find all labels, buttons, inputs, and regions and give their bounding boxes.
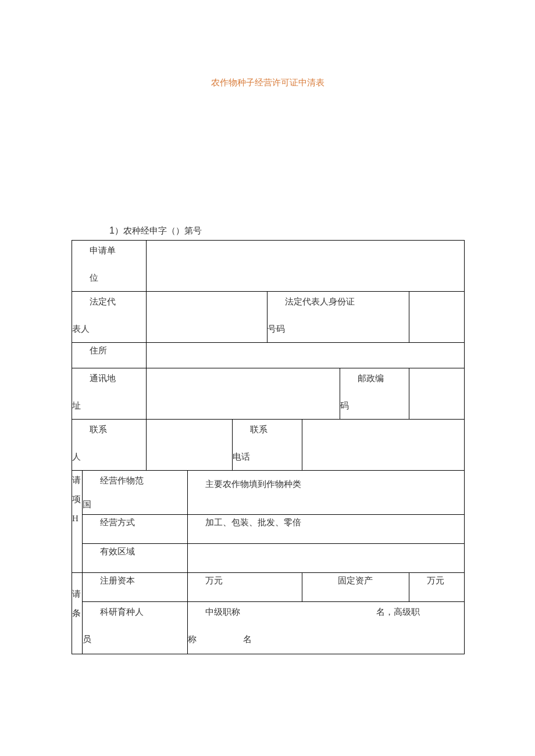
row-address: 住所 — [72, 343, 465, 368]
label-contact-person: 联系 人 — [72, 420, 147, 471]
label-reg-capital: 注册资本 — [83, 573, 188, 602]
value-legal-rep-id — [409, 292, 464, 343]
label-legal-rep: 法定代 表人 — [72, 292, 147, 343]
value-address — [146, 343, 464, 368]
row-business-mode: 经营方式 加工、包装、批发、零倍 — [72, 515, 465, 544]
label-research-staff: 科研育种人 员 — [83, 602, 188, 654]
row-reg-capital: 请条 注册资本 万元 固定资产 万元 — [72, 573, 465, 602]
value-contact-person — [146, 420, 233, 471]
form-number-text: ）农种经申字（）第号 — [115, 226, 202, 235]
value-research-staff: 中级职称 名，高级职 称名 — [187, 602, 464, 654]
label-apply-conditions: 请条 — [72, 573, 83, 654]
row-legal-rep: 法定代 表人 法定代表人身份证 号码 — [72, 292, 465, 343]
label-contact-phone: 联系 电话 — [233, 420, 302, 471]
value-valid-area — [187, 544, 464, 573]
row-research-staff: 科研育种人 员 中级职称 名，高级职 称名 — [72, 602, 465, 654]
label-postal-code: 邮政编 码 — [340, 368, 409, 420]
label-fixed-assets: 固定资产 — [302, 573, 409, 602]
value-fixed-assets: 万元 — [409, 573, 464, 602]
value-reg-capital: 万元 — [187, 573, 302, 602]
value-applicant-unit — [146, 241, 464, 292]
value-postal-code — [409, 368, 465, 420]
label-mailing-addr: 通讯地 址 — [72, 368, 147, 420]
row-mailing: 通讯地 址 邮政编 码 — [72, 368, 465, 420]
label-valid-area: 有效区域 — [83, 544, 188, 573]
form-number-digit: 1 — [109, 225, 115, 235]
label-crop-scope: 经营作物范 国 — [83, 471, 188, 515]
value-contact-phone — [302, 420, 464, 471]
row-crop-scope: 请项H 经营作物范 国 主要农作物填到作物种类 — [72, 471, 465, 515]
label-business-mode: 经营方式 — [83, 515, 188, 544]
row-contact: 联系 人 联系 电话 — [72, 420, 465, 471]
document-title: 农作物种子经营许可证中清表 — [0, 77, 535, 88]
label-apply-items: 请项H — [72, 471, 83, 573]
label-applicant-unit: 申请单 位 — [72, 241, 147, 292]
label-address: 住所 — [72, 343, 147, 368]
row-applicant-unit: 申请单 位 — [72, 241, 465, 292]
application-form-table: 申请单 位 法定代 表人 法定代表人身份证 号码 住所 通讯地 址 邮政编 码 — [72, 240, 465, 654]
value-business-mode: 加工、包装、批发、零倍 — [187, 515, 464, 544]
row-valid-area: 有效区域 — [72, 544, 465, 573]
value-mailing-addr — [146, 368, 340, 420]
value-legal-rep — [146, 292, 267, 343]
form-number-line: 1）农种经申字（）第号 — [109, 225, 202, 237]
label-legal-rep-id: 法定代表人身份证 号码 — [268, 292, 409, 343]
value-crop-scope: 主要农作物填到作物种类 — [187, 471, 464, 515]
